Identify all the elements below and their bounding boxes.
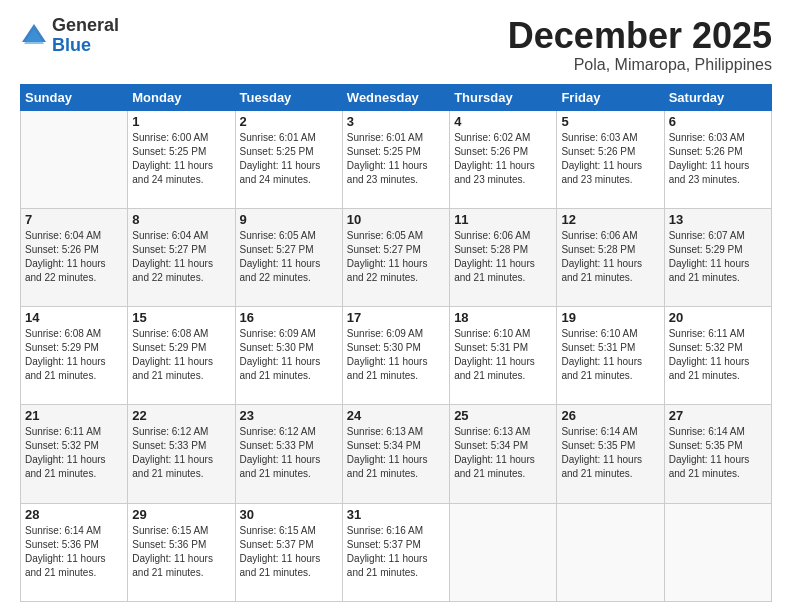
day-number: 7 (25, 212, 123, 227)
day-number: 2 (240, 114, 338, 129)
day-info: Sunrise: 6:05 AMSunset: 5:27 PMDaylight:… (347, 229, 445, 285)
table-row: 3Sunrise: 6:01 AMSunset: 5:25 PMDaylight… (342, 110, 449, 208)
day-number: 23 (240, 408, 338, 423)
header-thursday: Thursday (450, 84, 557, 110)
table-row: 29Sunrise: 6:15 AMSunset: 5:36 PMDayligh… (128, 503, 235, 601)
table-row (664, 503, 771, 601)
header: General Blue December 2025 Pola, Mimarop… (20, 16, 772, 74)
day-number: 16 (240, 310, 338, 325)
header-friday: Friday (557, 84, 664, 110)
table-row: 24Sunrise: 6:13 AMSunset: 5:34 PMDayligh… (342, 405, 449, 503)
table-row: 25Sunrise: 6:13 AMSunset: 5:34 PMDayligh… (450, 405, 557, 503)
logo-general-text: General (52, 16, 119, 36)
day-info: Sunrise: 6:01 AMSunset: 5:25 PMDaylight:… (240, 131, 338, 187)
table-row: 12Sunrise: 6:06 AMSunset: 5:28 PMDayligh… (557, 208, 664, 306)
day-info: Sunrise: 6:05 AMSunset: 5:27 PMDaylight:… (240, 229, 338, 285)
day-number: 13 (669, 212, 767, 227)
day-number: 10 (347, 212, 445, 227)
table-row (450, 503, 557, 601)
location-title: Pola, Mimaropa, Philippines (508, 56, 772, 74)
day-number: 27 (669, 408, 767, 423)
table-row: 27Sunrise: 6:14 AMSunset: 5:35 PMDayligh… (664, 405, 771, 503)
day-info: Sunrise: 6:13 AMSunset: 5:34 PMDaylight:… (347, 425, 445, 481)
table-row: 4Sunrise: 6:02 AMSunset: 5:26 PMDaylight… (450, 110, 557, 208)
title-block: December 2025 Pola, Mimaropa, Philippine… (508, 16, 772, 74)
page: General Blue December 2025 Pola, Mimarop… (0, 0, 792, 612)
header-monday: Monday (128, 84, 235, 110)
calendar-week-row: 28Sunrise: 6:14 AMSunset: 5:36 PMDayligh… (21, 503, 772, 601)
day-info: Sunrise: 6:10 AMSunset: 5:31 PMDaylight:… (454, 327, 552, 383)
day-number: 29 (132, 507, 230, 522)
table-row: 26Sunrise: 6:14 AMSunset: 5:35 PMDayligh… (557, 405, 664, 503)
day-number: 30 (240, 507, 338, 522)
table-row: 6Sunrise: 6:03 AMSunset: 5:26 PMDaylight… (664, 110, 771, 208)
table-row: 5Sunrise: 6:03 AMSunset: 5:26 PMDaylight… (557, 110, 664, 208)
logo-text: General Blue (52, 16, 119, 56)
day-number: 26 (561, 408, 659, 423)
table-row: 30Sunrise: 6:15 AMSunset: 5:37 PMDayligh… (235, 503, 342, 601)
table-row: 19Sunrise: 6:10 AMSunset: 5:31 PMDayligh… (557, 307, 664, 405)
day-info: Sunrise: 6:11 AMSunset: 5:32 PMDaylight:… (669, 327, 767, 383)
day-info: Sunrise: 6:04 AMSunset: 5:27 PMDaylight:… (132, 229, 230, 285)
table-row (557, 503, 664, 601)
day-number: 31 (347, 507, 445, 522)
day-info: Sunrise: 6:13 AMSunset: 5:34 PMDaylight:… (454, 425, 552, 481)
day-info: Sunrise: 6:14 AMSunset: 5:35 PMDaylight:… (561, 425, 659, 481)
table-row: 10Sunrise: 6:05 AMSunset: 5:27 PMDayligh… (342, 208, 449, 306)
day-info: Sunrise: 6:08 AMSunset: 5:29 PMDaylight:… (132, 327, 230, 383)
day-info: Sunrise: 6:02 AMSunset: 5:26 PMDaylight:… (454, 131, 552, 187)
table-row: 20Sunrise: 6:11 AMSunset: 5:32 PMDayligh… (664, 307, 771, 405)
day-info: Sunrise: 6:09 AMSunset: 5:30 PMDaylight:… (240, 327, 338, 383)
day-info: Sunrise: 6:03 AMSunset: 5:26 PMDaylight:… (561, 131, 659, 187)
table-row: 23Sunrise: 6:12 AMSunset: 5:33 PMDayligh… (235, 405, 342, 503)
day-number: 4 (454, 114, 552, 129)
day-info: Sunrise: 6:14 AMSunset: 5:35 PMDaylight:… (669, 425, 767, 481)
day-number: 21 (25, 408, 123, 423)
day-number: 17 (347, 310, 445, 325)
calendar-week-row: 1Sunrise: 6:00 AMSunset: 5:25 PMDaylight… (21, 110, 772, 208)
table-row: 9Sunrise: 6:05 AMSunset: 5:27 PMDaylight… (235, 208, 342, 306)
table-row: 2Sunrise: 6:01 AMSunset: 5:25 PMDaylight… (235, 110, 342, 208)
weekday-header-row: Sunday Monday Tuesday Wednesday Thursday… (21, 84, 772, 110)
day-number: 15 (132, 310, 230, 325)
logo-icon (20, 22, 48, 50)
day-info: Sunrise: 6:03 AMSunset: 5:26 PMDaylight:… (669, 131, 767, 187)
day-info: Sunrise: 6:10 AMSunset: 5:31 PMDaylight:… (561, 327, 659, 383)
day-number: 11 (454, 212, 552, 227)
logo-blue-text: Blue (52, 36, 119, 56)
day-number: 12 (561, 212, 659, 227)
day-number: 6 (669, 114, 767, 129)
day-info: Sunrise: 6:15 AMSunset: 5:36 PMDaylight:… (132, 524, 230, 580)
table-row: 17Sunrise: 6:09 AMSunset: 5:30 PMDayligh… (342, 307, 449, 405)
day-number: 19 (561, 310, 659, 325)
table-row: 14Sunrise: 6:08 AMSunset: 5:29 PMDayligh… (21, 307, 128, 405)
header-sunday: Sunday (21, 84, 128, 110)
day-info: Sunrise: 6:16 AMSunset: 5:37 PMDaylight:… (347, 524, 445, 580)
day-number: 8 (132, 212, 230, 227)
day-info: Sunrise: 6:01 AMSunset: 5:25 PMDaylight:… (347, 131, 445, 187)
day-number: 3 (347, 114, 445, 129)
day-info: Sunrise: 6:04 AMSunset: 5:26 PMDaylight:… (25, 229, 123, 285)
day-number: 20 (669, 310, 767, 325)
table-row: 11Sunrise: 6:06 AMSunset: 5:28 PMDayligh… (450, 208, 557, 306)
day-info: Sunrise: 6:07 AMSunset: 5:29 PMDaylight:… (669, 229, 767, 285)
table-row: 16Sunrise: 6:09 AMSunset: 5:30 PMDayligh… (235, 307, 342, 405)
day-number: 5 (561, 114, 659, 129)
day-number: 28 (25, 507, 123, 522)
table-row: 7Sunrise: 6:04 AMSunset: 5:26 PMDaylight… (21, 208, 128, 306)
day-number: 9 (240, 212, 338, 227)
table-row: 1Sunrise: 6:00 AMSunset: 5:25 PMDaylight… (128, 110, 235, 208)
day-info: Sunrise: 6:12 AMSunset: 5:33 PMDaylight:… (132, 425, 230, 481)
day-info: Sunrise: 6:08 AMSunset: 5:29 PMDaylight:… (25, 327, 123, 383)
header-saturday: Saturday (664, 84, 771, 110)
table-row (21, 110, 128, 208)
table-row: 13Sunrise: 6:07 AMSunset: 5:29 PMDayligh… (664, 208, 771, 306)
calendar-table: Sunday Monday Tuesday Wednesday Thursday… (20, 84, 772, 602)
day-number: 25 (454, 408, 552, 423)
header-tuesday: Tuesday (235, 84, 342, 110)
day-info: Sunrise: 6:06 AMSunset: 5:28 PMDaylight:… (561, 229, 659, 285)
day-number: 18 (454, 310, 552, 325)
day-number: 24 (347, 408, 445, 423)
table-row: 22Sunrise: 6:12 AMSunset: 5:33 PMDayligh… (128, 405, 235, 503)
day-info: Sunrise: 6:12 AMSunset: 5:33 PMDaylight:… (240, 425, 338, 481)
